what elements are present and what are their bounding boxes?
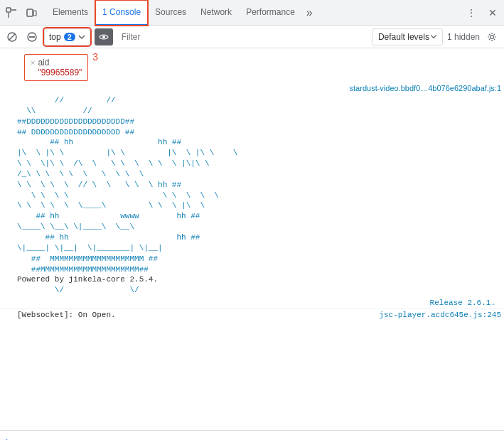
- console-input[interactable]: [13, 436, 498, 441]
- hidden-count-label: 1 hidden: [447, 32, 480, 42]
- vertical-dots-menu[interactable]: ⋮: [463, 4, 480, 21]
- close-entry-button[interactable]: ×: [31, 58, 35, 67]
- context-selector[interactable]: top 2: [44, 28, 90, 45]
- svg-line-4: [9, 34, 15, 40]
- release-text: Release 2.6.1.: [430, 299, 501, 307]
- tab-performance[interactable]: Performance: [239, 0, 302, 26]
- release-row: Release 2.6.1.: [0, 297, 504, 308]
- clear-console-button[interactable]: [4, 29, 20, 45]
- slash-line: \/ \/: [17, 286, 139, 294]
- inspect-element-icon[interactable]: [3, 4, 20, 21]
- no-entry-button[interactable]: [24, 29, 40, 45]
- svg-point-8: [490, 35, 494, 38]
- websocket-text: [Websocket]: On Open.: [17, 311, 379, 319]
- devtools-tab-bar: Elements 1 Console Sources Network Perfo…: [0, 0, 504, 26]
- console-input-row: ›: [0, 430, 504, 440]
- websocket-source[interactable]: jsc-player.acdc645e.js:245: [379, 311, 501, 319]
- levels-chevron-icon: [431, 35, 436, 38]
- tab-sources[interactable]: Sources: [148, 0, 193, 26]
- entry-key: aid: [38, 58, 82, 68]
- eye-icon: [99, 33, 109, 41]
- powered-text: Powered by jinkela-core 2.5.4.: [17, 275, 158, 284]
- source-top-row: stardust-video.bbdf0…4b076e6290abaf.js:1: [0, 82, 504, 94]
- ascii-art-block: // // \\ // ##DDDDDDDDDDDDDDDDDDDDD## ##…: [0, 94, 504, 297]
- svg-rect-2: [33, 11, 36, 16]
- entry-value: "99965589": [38, 68, 82, 77]
- tab-console[interactable]: 1 Console: [95, 0, 148, 26]
- gear-icon: [487, 32, 497, 42]
- live-expressions-button[interactable]: [95, 28, 113, 45]
- websocket-row: [Websocket]: On Open. jsc-player.acdc645…: [0, 308, 504, 321]
- svg-rect-0: [6, 8, 11, 12]
- context-badge: 2: [64, 33, 75, 41]
- context-label: top: [49, 32, 61, 42]
- filter-input[interactable]: [117, 31, 368, 43]
- console-toolbar: top 2 Default levels 1 hidden: [0, 26, 504, 48]
- close-devtools-button[interactable]: ✕: [484, 4, 501, 21]
- console-content: // // \\ // ##DDDDDDDDDDDDDDDDDDDDD## ##…: [0, 94, 504, 430]
- svg-rect-1: [27, 9, 33, 16]
- tab-network[interactable]: Network: [193, 0, 239, 26]
- source-link-top[interactable]: stardust-video.bbdf0…4b076e6290abaf.js:1: [350, 84, 501, 92]
- console-prompt: ›: [6, 435, 9, 440]
- svg-point-7: [102, 36, 105, 38]
- more-tabs-button[interactable]: »: [302, 6, 317, 19]
- console-settings-button[interactable]: [484, 29, 500, 45]
- default-levels-button[interactable]: Default levels: [372, 28, 443, 45]
- step-number: 3: [92, 51, 98, 63]
- log-entry-area: × aid "99965589" 3: [0, 48, 504, 82]
- tab-elements[interactable]: Elements: [45, 0, 95, 26]
- chevron-down-icon: [78, 35, 85, 39]
- log-entry-box: × aid "99965589": [24, 54, 88, 81]
- device-toolbar-icon[interactable]: [23, 4, 40, 21]
